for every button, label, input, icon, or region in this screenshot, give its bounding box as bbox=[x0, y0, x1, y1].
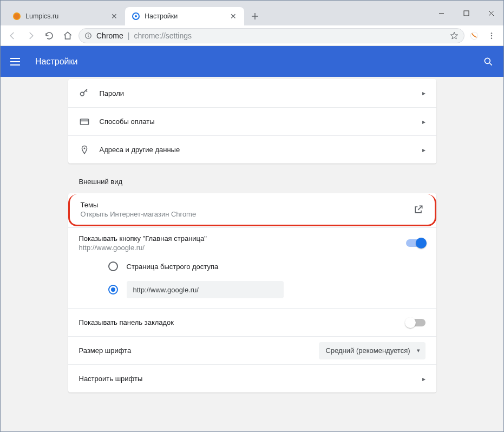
row-label: Размер шрифта bbox=[79, 346, 319, 355]
titlebar: Lumpics.ru ✕ Настройки ✕ bbox=[1, 1, 503, 25]
maximize-button[interactable] bbox=[454, 5, 479, 21]
home-page-options: Страница быстрого доступа bbox=[68, 258, 436, 308]
close-icon[interactable]: ✕ bbox=[228, 11, 239, 22]
svg-point-10 bbox=[485, 58, 490, 63]
radio-icon bbox=[108, 285, 118, 294]
svg-rect-4 bbox=[464, 11, 469, 16]
scroll-region[interactable]: Пароли ▸ Способы оплаты ▸ Адреса и други… bbox=[1, 77, 503, 431]
row-label: Темы bbox=[81, 201, 413, 209]
themes-row[interactable]: Темы Открыть Интернет-магазин Chrome bbox=[68, 194, 436, 226]
toolbar: Chrome | chrome://settings bbox=[1, 25, 503, 46]
svg-point-13 bbox=[83, 147, 85, 149]
open-external-icon bbox=[413, 204, 424, 215]
chevron-right-icon: ▸ bbox=[422, 89, 426, 97]
search-icon[interactable] bbox=[483, 56, 494, 67]
favicon-orange-icon bbox=[12, 12, 21, 21]
chevron-right-icon: ▸ bbox=[422, 375, 426, 383]
row-label: Способы оплаты bbox=[100, 117, 422, 126]
passwords-row[interactable]: Пароли ▸ bbox=[68, 79, 436, 107]
close-window-button[interactable] bbox=[479, 5, 503, 21]
svg-point-8 bbox=[491, 35, 492, 36]
row-sublabel: http://www.google.ru/ bbox=[79, 244, 406, 252]
font-size-select[interactable]: Средний (рекомендуется) bbox=[319, 342, 425, 359]
address-bar[interactable]: Chrome | chrome://settings bbox=[78, 28, 464, 43]
autofill-card: Пароли ▸ Способы оплаты ▸ Адреса и други… bbox=[68, 79, 436, 163]
key-icon bbox=[79, 88, 90, 99]
page-title: Настройки bbox=[35, 57, 483, 67]
extension-icon[interactable] bbox=[468, 29, 481, 42]
home-button-row: Показывать кнопку "Главная страница" htt… bbox=[68, 227, 436, 258]
reload-button[interactable] bbox=[42, 28, 57, 43]
home-button-toggle[interactable] bbox=[406, 239, 426, 247]
radio-icon bbox=[108, 261, 118, 271]
tab-title: Lumpics.ru bbox=[25, 12, 109, 20]
row-label: Настроить шрифты bbox=[79, 375, 422, 383]
row-label: Показывать кнопку "Главная страница" bbox=[79, 234, 406, 243]
bookmark-star-icon[interactable] bbox=[450, 31, 459, 40]
home-url-input[interactable] bbox=[127, 281, 284, 298]
svg-point-1 bbox=[14, 14, 19, 19]
svg-point-7 bbox=[491, 32, 492, 34]
back-button[interactable] bbox=[5, 28, 20, 43]
radio-ntp[interactable]: Страница быстрого доступа bbox=[108, 261, 426, 271]
gear-icon bbox=[132, 12, 140, 21]
home-button[interactable] bbox=[60, 28, 75, 43]
site-info-icon[interactable] bbox=[84, 32, 92, 40]
bookmarks-bar-toggle[interactable] bbox=[406, 319, 426, 326]
omnibox-origin: Chrome bbox=[96, 31, 123, 40]
tab-strip: Lumpics.ru ✕ Настройки ✕ bbox=[1, 1, 429, 25]
customize-fonts-row[interactable]: Настроить шрифты ▸ bbox=[68, 364, 436, 392]
appearance-card: Темы Открыть Интернет-магазин Chrome Пок… bbox=[68, 193, 436, 392]
forward-button[interactable] bbox=[23, 28, 38, 43]
svg-rect-12 bbox=[80, 119, 88, 125]
chevron-right-icon: ▸ bbox=[422, 118, 426, 126]
close-icon[interactable]: ✕ bbox=[109, 11, 120, 22]
chevron-right-icon: ▸ bbox=[422, 146, 426, 154]
row-sublabel: Открыть Интернет-магазин Chrome bbox=[81, 210, 413, 218]
row-label: Показывать панель закладок bbox=[79, 318, 406, 326]
content-area: Пароли ▸ Способы оплаты ▸ Адреса и други… bbox=[1, 77, 503, 431]
row-label: Пароли bbox=[100, 89, 422, 97]
new-tab-button[interactable] bbox=[247, 9, 263, 24]
radio-custom-url[interactable] bbox=[108, 281, 426, 298]
menu-icon[interactable] bbox=[10, 55, 23, 68]
svg-point-9 bbox=[491, 37, 492, 38]
font-size-row: Размер шрифта Средний (рекомендуется) bbox=[68, 336, 436, 364]
addresses-row[interactable]: Адреса и другие данные ▸ bbox=[68, 135, 436, 163]
pin-icon bbox=[79, 145, 90, 155]
card-icon bbox=[79, 116, 90, 127]
svg-point-3 bbox=[135, 15, 137, 17]
payment-row[interactable]: Способы оплаты ▸ bbox=[68, 107, 436, 135]
window-controls bbox=[429, 1, 503, 25]
omnibox-path: chrome://settings bbox=[134, 31, 192, 40]
tab-title: Настройки bbox=[145, 12, 228, 20]
menu-button[interactable] bbox=[484, 28, 499, 43]
section-title-appearance: Внешний вид bbox=[68, 163, 436, 193]
settings-header: Настройки bbox=[1, 46, 503, 77]
tab-lumpics[interactable]: Lumpics.ru ✕ bbox=[6, 7, 125, 25]
row-label: Адреса и другие данные bbox=[100, 146, 422, 154]
radio-label: Страница быстрого доступа bbox=[127, 263, 219, 271]
minimize-button[interactable] bbox=[429, 5, 454, 21]
tab-settings[interactable]: Настройки ✕ bbox=[125, 7, 244, 25]
bookmarks-bar-row: Показывать панель закладок bbox=[68, 308, 436, 336]
svg-point-11 bbox=[80, 92, 84, 96]
browser-window: Lumpics.ru ✕ Настройки ✕ bbox=[0, 0, 504, 432]
